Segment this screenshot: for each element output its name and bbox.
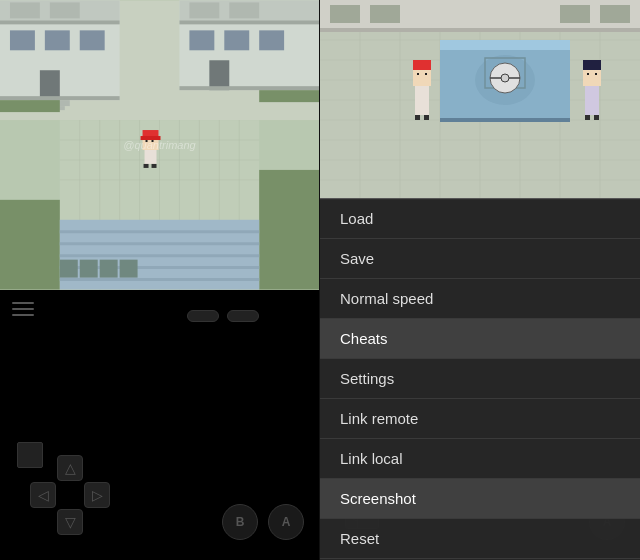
svg-rect-88 xyxy=(413,60,431,70)
svg-rect-93 xyxy=(585,85,599,115)
svg-rect-29 xyxy=(189,2,219,18)
menu-item-link-remote[interactable]: Link remote xyxy=(320,399,640,439)
menu-item-cheats[interactable]: Cheats xyxy=(320,319,640,359)
svg-rect-20 xyxy=(10,30,35,50)
b-button[interactable]: B xyxy=(222,504,258,540)
svg-rect-58 xyxy=(152,164,157,168)
svg-rect-38 xyxy=(0,200,60,290)
svg-rect-96 xyxy=(585,115,590,120)
svg-rect-33 xyxy=(224,30,249,50)
menu-item-reset[interactable]: Reset xyxy=(320,519,640,559)
svg-rect-17 xyxy=(10,2,40,18)
svg-rect-50 xyxy=(120,260,138,278)
dpad-up-button[interactable] xyxy=(57,455,83,481)
menu-item-normal-speed[interactable]: Normal speed xyxy=(320,279,640,319)
select-start-buttons xyxy=(187,310,259,322)
left-panel: @quantrimang B A xyxy=(0,0,320,560)
svg-rect-39 xyxy=(259,90,319,102)
select-button[interactable] xyxy=(187,310,219,322)
menu-item-load[interactable]: Load xyxy=(320,199,640,239)
svg-rect-48 xyxy=(80,260,98,278)
svg-rect-40 xyxy=(259,170,319,290)
svg-rect-19 xyxy=(0,20,120,24)
svg-rect-21 xyxy=(45,30,70,50)
svg-rect-34 xyxy=(259,30,284,50)
svg-rect-87 xyxy=(413,68,431,86)
svg-rect-95 xyxy=(583,60,601,70)
context-menu: LoadSaveNormal speedCheatsSettingsLink r… xyxy=(320,198,640,560)
svg-rect-56 xyxy=(152,140,154,142)
svg-rect-37 xyxy=(0,100,60,112)
svg-rect-36 xyxy=(179,86,319,90)
svg-rect-92 xyxy=(425,73,427,75)
start-button[interactable] xyxy=(227,310,259,322)
svg-rect-80 xyxy=(440,118,570,122)
dpad-center xyxy=(17,442,43,468)
menu-item-save[interactable]: Save xyxy=(320,239,640,279)
svg-rect-35 xyxy=(209,60,229,90)
svg-rect-99 xyxy=(595,73,597,75)
svg-rect-77 xyxy=(320,28,640,32)
left-controls-area: B A xyxy=(0,290,319,560)
a-button[interactable]: A xyxy=(268,504,304,540)
hamburger-menu-left[interactable] xyxy=(12,302,34,316)
svg-rect-51 xyxy=(145,148,157,164)
svg-rect-18 xyxy=(50,2,80,18)
svg-rect-97 xyxy=(594,115,599,120)
dpad-down-button[interactable] xyxy=(57,509,83,535)
ab-buttons: B A xyxy=(222,504,304,540)
svg-rect-55 xyxy=(146,140,148,142)
svg-rect-89 xyxy=(415,115,420,120)
menu-item-link-local[interactable]: Link local xyxy=(320,439,640,479)
svg-rect-47 xyxy=(60,260,78,278)
svg-rect-101 xyxy=(370,5,400,23)
right-panel: LoadSaveNormal speedCheatsSettingsLink r… xyxy=(320,0,640,560)
svg-rect-91 xyxy=(417,73,419,75)
svg-rect-100 xyxy=(330,5,360,23)
svg-rect-98 xyxy=(587,73,589,75)
dpad-left-button[interactable] xyxy=(30,482,56,508)
dpad-right-button[interactable] xyxy=(84,482,110,508)
svg-rect-57 xyxy=(144,164,149,168)
menu-item-screenshot[interactable]: Screenshot xyxy=(320,479,640,519)
svg-rect-103 xyxy=(600,5,630,23)
menu-item-settings[interactable]: Settings xyxy=(320,359,640,399)
svg-rect-30 xyxy=(229,2,259,18)
svg-rect-76 xyxy=(320,0,640,30)
svg-rect-23 xyxy=(40,70,60,100)
svg-rect-86 xyxy=(415,85,429,115)
svg-rect-54 xyxy=(141,136,161,140)
svg-rect-31 xyxy=(179,20,319,24)
svg-rect-94 xyxy=(583,68,601,86)
svg-rect-49 xyxy=(100,260,118,278)
dpad[interactable] xyxy=(30,455,110,535)
svg-rect-32 xyxy=(189,30,214,50)
svg-rect-79 xyxy=(440,40,570,50)
svg-rect-24 xyxy=(0,96,120,100)
svg-rect-22 xyxy=(80,30,105,50)
svg-rect-90 xyxy=(424,115,429,120)
svg-point-85 xyxy=(501,74,509,82)
game-screen-right xyxy=(320,0,640,200)
game-screen-left: @quantrimang xyxy=(0,0,319,290)
svg-rect-102 xyxy=(560,5,590,23)
